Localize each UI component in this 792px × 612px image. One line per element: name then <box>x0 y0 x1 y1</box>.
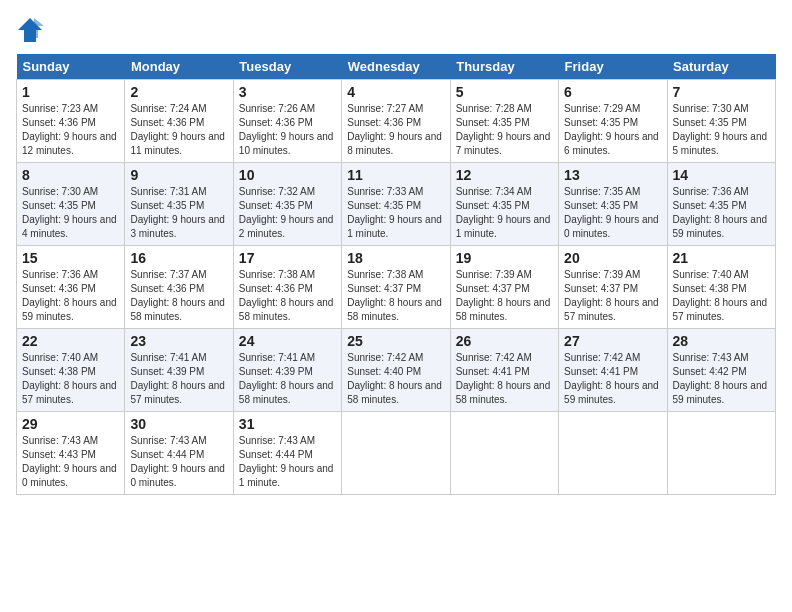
sunrise-label: Sunrise: 7:35 AM <box>564 186 640 197</box>
daylight-label: Daylight: 9 hours and 12 minutes. <box>22 131 117 156</box>
calendar-cell: 11 Sunrise: 7:33 AM Sunset: 4:35 PM Dayl… <box>342 163 450 246</box>
daylight-label: Daylight: 8 hours and 57 minutes. <box>22 380 117 405</box>
sunrise-label: Sunrise: 7:29 AM <box>564 103 640 114</box>
sunset-label: Sunset: 4:36 PM <box>239 283 313 294</box>
sunrise-label: Sunrise: 7:36 AM <box>22 269 98 280</box>
sunset-label: Sunset: 4:39 PM <box>130 366 204 377</box>
day-info: Sunrise: 7:41 AM Sunset: 4:39 PM Dayligh… <box>130 351 227 407</box>
sunset-label: Sunset: 4:35 PM <box>564 117 638 128</box>
day-number: 10 <box>239 167 336 183</box>
calendar-cell <box>667 412 775 495</box>
sunset-label: Sunset: 4:40 PM <box>347 366 421 377</box>
calendar-week-row: 8 Sunrise: 7:30 AM Sunset: 4:35 PM Dayli… <box>17 163 776 246</box>
day-info: Sunrise: 7:43 AM Sunset: 4:44 PM Dayligh… <box>239 434 336 490</box>
sunset-label: Sunset: 4:35 PM <box>673 117 747 128</box>
calendar-cell <box>559 412 667 495</box>
calendar-cell: 31 Sunrise: 7:43 AM Sunset: 4:44 PM Dayl… <box>233 412 341 495</box>
daylight-label: Daylight: 9 hours and 11 minutes. <box>130 131 225 156</box>
logo <box>16 16 48 44</box>
weekday-header-monday: Monday <box>125 54 233 80</box>
daylight-label: Daylight: 9 hours and 10 minutes. <box>239 131 334 156</box>
daylight-label: Daylight: 9 hours and 0 minutes. <box>22 463 117 488</box>
calendar-week-row: 29 Sunrise: 7:43 AM Sunset: 4:43 PM Dayl… <box>17 412 776 495</box>
sunset-label: Sunset: 4:43 PM <box>22 449 96 460</box>
day-number: 12 <box>456 167 553 183</box>
day-number: 8 <box>22 167 119 183</box>
day-info: Sunrise: 7:24 AM Sunset: 4:36 PM Dayligh… <box>130 102 227 158</box>
calendar-cell <box>342 412 450 495</box>
day-number: 24 <box>239 333 336 349</box>
calendar-cell: 3 Sunrise: 7:26 AM Sunset: 4:36 PM Dayli… <box>233 80 341 163</box>
sunrise-label: Sunrise: 7:41 AM <box>130 352 206 363</box>
day-info: Sunrise: 7:40 AM Sunset: 4:38 PM Dayligh… <box>22 351 119 407</box>
calendar-cell: 5 Sunrise: 7:28 AM Sunset: 4:35 PM Dayli… <box>450 80 558 163</box>
calendar-cell: 13 Sunrise: 7:35 AM Sunset: 4:35 PM Dayl… <box>559 163 667 246</box>
sunset-label: Sunset: 4:37 PM <box>564 283 638 294</box>
daylight-label: Daylight: 9 hours and 4 minutes. <box>22 214 117 239</box>
sunrise-label: Sunrise: 7:28 AM <box>456 103 532 114</box>
day-info: Sunrise: 7:31 AM Sunset: 4:35 PM Dayligh… <box>130 185 227 241</box>
day-number: 14 <box>673 167 770 183</box>
calendar-header-row: SundayMondayTuesdayWednesdayThursdayFrid… <box>17 54 776 80</box>
calendar-cell: 26 Sunrise: 7:42 AM Sunset: 4:41 PM Dayl… <box>450 329 558 412</box>
sunset-label: Sunset: 4:44 PM <box>130 449 204 460</box>
calendar-cell: 22 Sunrise: 7:40 AM Sunset: 4:38 PM Dayl… <box>17 329 125 412</box>
sunrise-label: Sunrise: 7:40 AM <box>673 269 749 280</box>
day-info: Sunrise: 7:43 AM Sunset: 4:43 PM Dayligh… <box>22 434 119 490</box>
daylight-label: Daylight: 8 hours and 58 minutes. <box>239 297 334 322</box>
sunrise-label: Sunrise: 7:23 AM <box>22 103 98 114</box>
day-number: 1 <box>22 84 119 100</box>
sunset-label: Sunset: 4:38 PM <box>673 283 747 294</box>
calendar-cell: 2 Sunrise: 7:24 AM Sunset: 4:36 PM Dayli… <box>125 80 233 163</box>
day-number: 20 <box>564 250 661 266</box>
sunset-label: Sunset: 4:36 PM <box>347 117 421 128</box>
day-info: Sunrise: 7:42 AM Sunset: 4:41 PM Dayligh… <box>456 351 553 407</box>
sunset-label: Sunset: 4:35 PM <box>130 200 204 211</box>
sunset-label: Sunset: 4:39 PM <box>239 366 313 377</box>
sunset-label: Sunset: 4:38 PM <box>22 366 96 377</box>
day-number: 22 <box>22 333 119 349</box>
calendar-cell: 28 Sunrise: 7:43 AM Sunset: 4:42 PM Dayl… <box>667 329 775 412</box>
daylight-label: Daylight: 9 hours and 0 minutes. <box>130 463 225 488</box>
day-number: 13 <box>564 167 661 183</box>
sunrise-label: Sunrise: 7:37 AM <box>130 269 206 280</box>
daylight-label: Daylight: 9 hours and 2 minutes. <box>239 214 334 239</box>
sunset-label: Sunset: 4:35 PM <box>347 200 421 211</box>
calendar-week-row: 15 Sunrise: 7:36 AM Sunset: 4:36 PM Dayl… <box>17 246 776 329</box>
sunrise-label: Sunrise: 7:36 AM <box>673 186 749 197</box>
sunrise-label: Sunrise: 7:34 AM <box>456 186 532 197</box>
weekday-header-sunday: Sunday <box>17 54 125 80</box>
sunrise-label: Sunrise: 7:26 AM <box>239 103 315 114</box>
day-info: Sunrise: 7:32 AM Sunset: 4:35 PM Dayligh… <box>239 185 336 241</box>
day-number: 18 <box>347 250 444 266</box>
day-number: 15 <box>22 250 119 266</box>
day-info: Sunrise: 7:36 AM Sunset: 4:36 PM Dayligh… <box>22 268 119 324</box>
calendar-cell <box>450 412 558 495</box>
calendar-week-row: 1 Sunrise: 7:23 AM Sunset: 4:36 PM Dayli… <box>17 80 776 163</box>
sunset-label: Sunset: 4:35 PM <box>22 200 96 211</box>
daylight-label: Daylight: 8 hours and 59 minutes. <box>564 380 659 405</box>
sunrise-label: Sunrise: 7:24 AM <box>130 103 206 114</box>
calendar-cell: 30 Sunrise: 7:43 AM Sunset: 4:44 PM Dayl… <box>125 412 233 495</box>
day-number: 9 <box>130 167 227 183</box>
calendar-cell: 25 Sunrise: 7:42 AM Sunset: 4:40 PM Dayl… <box>342 329 450 412</box>
weekday-header-wednesday: Wednesday <box>342 54 450 80</box>
daylight-label: Daylight: 8 hours and 57 minutes. <box>130 380 225 405</box>
day-number: 5 <box>456 84 553 100</box>
sunrise-label: Sunrise: 7:31 AM <box>130 186 206 197</box>
day-number: 27 <box>564 333 661 349</box>
daylight-label: Daylight: 8 hours and 58 minutes. <box>456 380 551 405</box>
day-info: Sunrise: 7:39 AM Sunset: 4:37 PM Dayligh… <box>456 268 553 324</box>
day-info: Sunrise: 7:26 AM Sunset: 4:36 PM Dayligh… <box>239 102 336 158</box>
sunset-label: Sunset: 4:37 PM <box>456 283 530 294</box>
sunset-label: Sunset: 4:44 PM <box>239 449 313 460</box>
weekday-header-thursday: Thursday <box>450 54 558 80</box>
weekday-header-friday: Friday <box>559 54 667 80</box>
logo-icon <box>16 16 44 44</box>
daylight-label: Daylight: 8 hours and 59 minutes. <box>673 214 768 239</box>
day-number: 2 <box>130 84 227 100</box>
sunset-label: Sunset: 4:41 PM <box>564 366 638 377</box>
daylight-label: Daylight: 8 hours and 59 minutes. <box>22 297 117 322</box>
calendar-cell: 1 Sunrise: 7:23 AM Sunset: 4:36 PM Dayli… <box>17 80 125 163</box>
weekday-header-saturday: Saturday <box>667 54 775 80</box>
